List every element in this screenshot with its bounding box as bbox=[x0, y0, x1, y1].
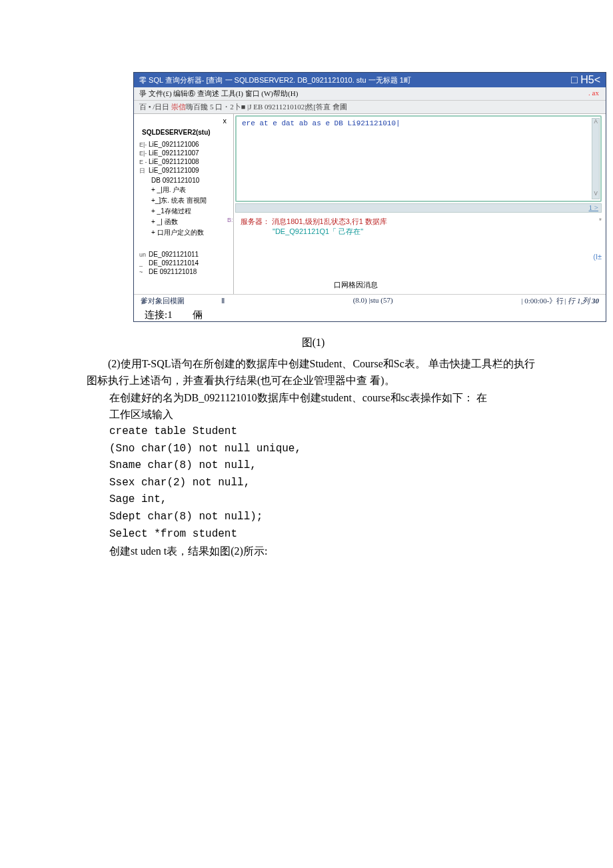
db-node[interactable]: E|-LiE_0921121007 bbox=[139, 149, 232, 157]
main-pane: ere at e dat ab as e DB Li921121010| A V… bbox=[234, 114, 606, 294]
toolbar-mid: 嗨百饞 5 口・2卜■ bbox=[186, 103, 247, 111]
db-label: DE_0921121014 bbox=[149, 259, 199, 267]
db-node[interactable]: _DE_0921121014 bbox=[139, 259, 232, 267]
db-node[interactable]: unDE_0921121011 bbox=[139, 250, 232, 259]
error-line1: 服务器： 消息1801,级别1乱状态3,行1 数据库 bbox=[241, 217, 387, 225]
error-message: 服务器： 消息1801,级别1乱状态3,行1 数据库 bbox=[241, 217, 599, 227]
toolbar-red: 崇信 bbox=[171, 103, 186, 111]
db-label: LiE_0921121008 bbox=[149, 158, 199, 165]
folder-label: + _|用. 户表 bbox=[151, 186, 186, 193]
error-detail: "DE_Q921121Q1「 己存在" bbox=[241, 227, 599, 237]
paragraph-4: 工作区域输入 bbox=[87, 406, 540, 423]
toolbar-after: 然[答直 會圃 bbox=[306, 103, 346, 111]
status-bar: 爹对象回模圍 Ⅱ (8.0) |stu (57) | 0:00:00-》行| 行… bbox=[134, 294, 606, 307]
folder-label: + _| 函数 bbox=[151, 218, 178, 225]
tree-expand-icon[interactable]: E|- bbox=[139, 141, 149, 148]
status-right: | 0:00:00-》行| 行 1,列 30 bbox=[521, 296, 599, 306]
scroll-up-icon[interactable]: A bbox=[594, 119, 598, 125]
toolbar-left: 百 • /日日 bbox=[139, 103, 171, 111]
paragraph-3: 在创建好的名为DB_0921121010数据库中创建student、course… bbox=[87, 389, 540, 407]
code-line: create table Student bbox=[87, 423, 540, 441]
code-line: Select *from student bbox=[87, 526, 540, 543]
folder-node[interactable]: + _| 函数 bbox=[139, 217, 232, 227]
tab-grid-message[interactable]: 口网格因消息 bbox=[241, 280, 378, 290]
folder-label: + 口用户定义的数 bbox=[151, 229, 204, 236]
db-label: LiE_0921121007 bbox=[149, 149, 199, 157]
window-title: 零 SQL 查询分析器- [查询 一 SQLDBSERVER2. DB_0921… bbox=[139, 75, 411, 85]
msg-b-label: B: bbox=[227, 217, 233, 223]
content-area: x SQLDESERVER2(stu) E|-LiE_0921121006 E|… bbox=[134, 114, 606, 294]
document-body: 图(1) (2)使用T-SQL语句在所创建的数据库中创建Student、Cour… bbox=[0, 322, 613, 560]
paragraph-2: (2)使用T-SQL语句在所创建的数据库中创建Student、Course和Sc… bbox=[87, 355, 540, 389]
menu-items[interactable]: 爭 文件(£) 编辑⑥ 查询述 工具(I) 窗口 (W)帮助(H) bbox=[139, 89, 298, 97]
editor-text[interactable]: ere at e dat ab as e DB Li921121010| bbox=[242, 119, 400, 127]
db-node-selected[interactable]: DB 0921121010 bbox=[139, 176, 232, 185]
folder-node[interactable]: + _1存储过程 bbox=[139, 206, 232, 217]
code-line: Sname char(8) not null, bbox=[87, 457, 540, 475]
status-center: (8.0) |stu (57) bbox=[353, 296, 393, 306]
horizontal-scrollbar[interactable]: 1 > bbox=[235, 203, 602, 213]
title-bar[interactable]: 零 SQL 查询分析器- [查询 一 SQLDBSERVER2. DB_0921… bbox=[134, 73, 606, 87]
window-controls[interactable]: □ H5< bbox=[571, 74, 600, 86]
code-line: Ssex char(2) not null, bbox=[87, 475, 540, 492]
close-panel-button[interactable]: x bbox=[137, 117, 232, 125]
db-tree: E|-LiE_0921121006 E|-LiE_0921121007 E -L… bbox=[137, 140, 232, 238]
scroll-right-icon[interactable]: 1 > bbox=[589, 203, 598, 211]
tree-expand-icon[interactable]: E - bbox=[139, 159, 149, 165]
db-label: DE_0921121011 bbox=[149, 251, 199, 258]
toolbar-combo[interactable]: |J EB 09211210102| bbox=[247, 103, 306, 111]
folder-node[interactable]: +_]东. 统表 亩視閒 bbox=[139, 195, 232, 206]
db-node[interactable]: E -LiE_0921121008 bbox=[139, 157, 232, 166]
tree-expand-icon[interactable]: un bbox=[139, 251, 149, 258]
figure-caption-1: 图(1) bbox=[87, 329, 540, 355]
code-line: (Sno char(10) not null unique, bbox=[87, 441, 540, 458]
error-line2: "DE_Q921121Q1「 己存在" bbox=[273, 227, 363, 235]
menu-corner: . ax bbox=[588, 89, 599, 97]
folder-label: +_]东. 统表 亩視閒 bbox=[151, 197, 207, 204]
scroll-marker-icon: * bbox=[599, 217, 602, 225]
server-node[interactable]: SQLDESERVER2(stu) bbox=[137, 125, 232, 140]
tree-expand-icon[interactable]: ~ bbox=[139, 269, 149, 275]
menu-bar[interactable]: 爭 文件(£) 编辑⑥ 查询述 工具(I) 窗口 (W)帮助(H) . ax bbox=[134, 87, 606, 101]
sql-editor[interactable]: ere at e dat ab as e DB Li921121010| A V bbox=[235, 115, 602, 202]
tree-expand-icon[interactable]: 日 bbox=[139, 167, 149, 175]
db-node[interactable]: 日 LiE_0921121009 bbox=[139, 166, 232, 176]
scroll-down-icon[interactable]: V bbox=[594, 191, 598, 197]
db-tree-lower: unDE_0921121011 _DE_0921121014 ~DE 09211… bbox=[137, 250, 232, 276]
db-node[interactable]: ~DE 0921121018 bbox=[139, 267, 232, 276]
paragraph-5: 创建st uden t表，结果如图(2)所示: bbox=[87, 543, 540, 560]
object-browser[interactable]: x SQLDESERVER2(stu) E|-LiE_0921121006 E|… bbox=[134, 114, 234, 294]
tree-expand-icon[interactable]: E|- bbox=[139, 150, 149, 157]
db-label: DE 0921121018 bbox=[149, 268, 197, 275]
db-label: DB 0921121010 bbox=[151, 177, 199, 184]
scroll-indicator: (I± bbox=[593, 253, 602, 261]
folder-node[interactable]: + _|用. 户表 bbox=[139, 185, 232, 195]
folder-label: + _1存储过程 bbox=[151, 207, 191, 215]
db-node[interactable]: E|-LiE_0921121006 bbox=[139, 140, 232, 149]
connection-status: 连接:1 倆 bbox=[134, 307, 606, 321]
tool-bar[interactable]: 百 • /日日 崇信嗨百饞 5 口・2卜■ |J EB 09211210102|… bbox=[134, 101, 606, 114]
result-tabs[interactable]: 口网格因消息 bbox=[234, 276, 606, 294]
folder-node[interactable]: + 口用户定义的数 bbox=[139, 227, 232, 238]
code-line: Sdept char(8) not null); bbox=[87, 509, 540, 526]
tree-expand-icon[interactable]: _ bbox=[139, 260, 149, 267]
status-object-browser[interactable]: 爹对象回模圍 Ⅱ bbox=[141, 296, 225, 306]
sql-analyzer-window: 零 SQL 查询分析器- [查询 一 SQLDBSERVER2. DB_0921… bbox=[133, 72, 606, 322]
db-label: LiE_0921121006 bbox=[149, 141, 199, 148]
code-line: Sage int, bbox=[87, 491, 540, 509]
db-label: LiE_0921121009 bbox=[149, 167, 199, 174]
message-pane: B: * 服务器： 消息1801,级别1乱状态3,行1 数据库 "DE_Q921… bbox=[234, 213, 606, 276]
vertical-scrollbar[interactable]: A V bbox=[592, 118, 600, 199]
